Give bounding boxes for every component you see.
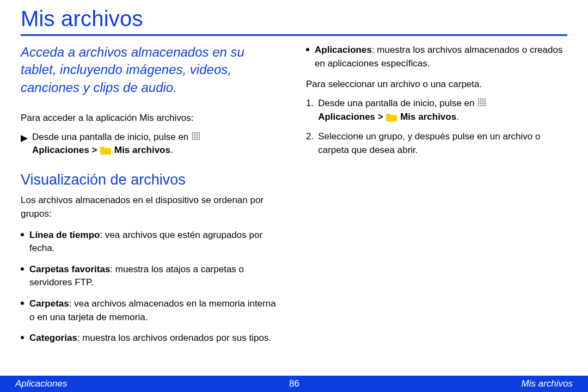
content-area: Mis archivos Acceda a archivos almacenad… (0, 0, 588, 376)
group-list: Línea de tiempo: vea archivos que estén … (21, 229, 282, 345)
title-rule (21, 34, 567, 36)
instruction-arrow-line: ▶ Desde una pantalla de inicio, pulse en… (21, 131, 282, 157)
left-column: Acceda a archivos almacenados en su tabl… (21, 44, 282, 353)
footer-right: Mis archivos (522, 378, 573, 389)
svg-point-22 (482, 101, 484, 102)
bullet-icon (21, 302, 24, 305)
term: Carpetas (29, 298, 69, 309)
svg-point-25 (480, 103, 482, 105)
after-subhead-text: Los archivos almacenados en el dispositi… (21, 194, 282, 220)
term: Categorías (29, 333, 77, 343)
bullet-icon (21, 233, 24, 236)
svg-point-13 (194, 138, 196, 140)
page-title: Mis archivos (21, 7, 567, 31)
step-item: 1. Desde una pantalla de inicio, pulse e… (306, 97, 567, 124)
svg-point-9 (194, 136, 196, 138)
step1-pre: Desde una pantalla de inicio, pulse en (318, 98, 477, 108)
term: Carpetas favoritas (29, 264, 110, 274)
list-item: Línea de tiempo: vea archivos que estén … (21, 229, 282, 255)
svg-point-1 (194, 132, 196, 133)
svg-point-8 (192, 136, 194, 138)
svg-point-7 (199, 134, 200, 136)
svg-point-30 (482, 105, 484, 107)
svg-point-6 (197, 134, 198, 136)
list-item: Categorías: muestra los archivos ordenad… (21, 332, 282, 345)
period: . (170, 145, 173, 155)
svg-point-18 (482, 99, 484, 100)
footer-page-number: 86 (289, 378, 299, 389)
two-column-layout: Acceda a archivos almacenados en su tabl… (21, 44, 567, 353)
step-number: 1. (306, 97, 314, 124)
svg-point-26 (482, 103, 484, 105)
svg-point-0 (192, 132, 194, 133)
svg-point-16 (478, 99, 480, 100)
select-intro: Para seleccionar un archivo o una carpet… (306, 78, 567, 91)
svg-point-28 (478, 105, 480, 107)
folder-icon (386, 113, 397, 121)
step-number: 2. (306, 130, 314, 157)
bullet-icon (21, 267, 24, 271)
svg-point-21 (480, 101, 482, 102)
svg-point-20 (478, 101, 480, 102)
svg-point-15 (199, 138, 200, 140)
step-item: 2. Seleccione un grupo, y después pulse … (306, 130, 567, 157)
page-footer: Aplicaciones 86 Mis archivos (0, 376, 588, 392)
step-text: Seleccione un grupo, y después pulse en … (318, 130, 567, 157)
list-item: Carpetas favoritas: muestra los atajos a… (21, 263, 282, 290)
svg-point-24 (478, 103, 480, 105)
svg-point-10 (197, 136, 198, 138)
term: Aplicaciones (315, 45, 372, 55)
svg-point-31 (485, 105, 486, 107)
document-page: Mis archivos Acceda a archivos almacenad… (0, 0, 588, 392)
bullet-icon (21, 336, 24, 339)
apps-grid-icon (191, 131, 201, 141)
period: . (456, 112, 459, 122)
intro-paragraph: Acceda a archivos almacenados en su tabl… (21, 44, 282, 96)
svg-point-19 (485, 99, 486, 100)
access-intro: Para acceder a la aplicación Mis archivo… (21, 112, 282, 125)
svg-point-27 (485, 103, 486, 105)
apps-label: Aplicaciones > (318, 112, 385, 122)
steps-list: 1. Desde una pantalla de inicio, pulse e… (306, 97, 567, 157)
group-list-continued: Aplicaciones: muestra los archivos almac… (306, 44, 567, 70)
svg-point-11 (199, 136, 200, 138)
apps-label: Aplicaciones > (32, 145, 100, 155)
svg-point-23 (485, 101, 486, 102)
instruction-pre: Desde una pantalla de inicio, pulse en (32, 132, 191, 142)
bullet-icon (306, 48, 309, 51)
play-arrow-icon: ▶ (21, 132, 28, 145)
myfiles-label: Mis archivos (397, 112, 456, 122)
svg-point-4 (192, 134, 194, 136)
list-item: Aplicaciones: muestra los archivos almac… (306, 44, 567, 70)
svg-point-5 (194, 134, 196, 136)
apps-grid-icon (477, 97, 487, 107)
term: Línea de tiempo (29, 230, 100, 240)
svg-point-29 (480, 105, 482, 107)
folder-icon (100, 146, 111, 155)
svg-point-17 (480, 99, 482, 100)
svg-point-3 (199, 132, 200, 133)
right-column: Aplicaciones: muestra los archivos almac… (306, 44, 567, 353)
instruction-text: Desde una pantalla de inicio, pulse en A… (32, 131, 201, 157)
myfiles-label: Mis archivos (112, 145, 170, 155)
section-heading-viewing: Visualización de archivos (21, 169, 282, 191)
svg-point-12 (192, 138, 194, 140)
svg-point-2 (197, 132, 198, 133)
svg-point-14 (197, 138, 198, 140)
footer-left: Aplicaciones (15, 378, 67, 389)
desc: : muestra los archivos ordenados por sus… (77, 333, 271, 343)
step-text: Desde una pantalla de inicio, pulse en A… (318, 97, 567, 124)
list-item: Carpetas: vea archivos almacenados en la… (21, 297, 282, 324)
